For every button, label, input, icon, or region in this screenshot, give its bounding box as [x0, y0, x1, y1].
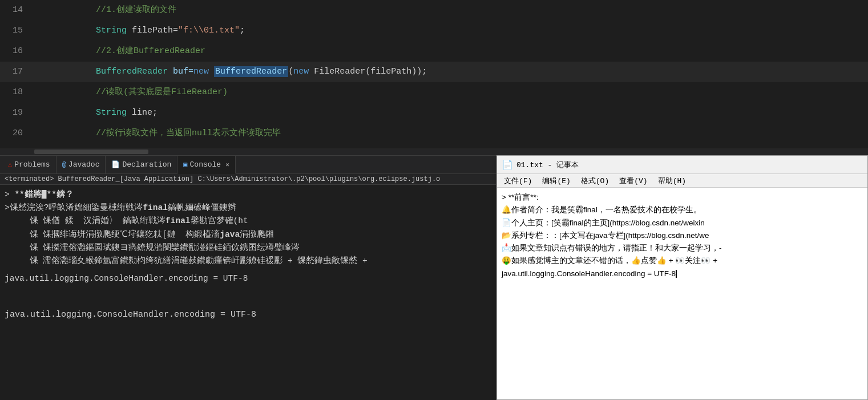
notepad-line-3: 📄个人主页：[笑霸final的主页](https://blog.csdn.net…	[502, 217, 863, 229]
code-editor: 14 //1.创建读取的文件15 String filePath="f:\\01…	[0, 0, 868, 148]
line-content-16: //2.创建BufferedReader	[34, 41, 205, 62]
tab-problems[interactable]: ⚠ Problems	[2, 156, 56, 174]
console-output: > **錯將█**錛？ >馃憖浣涘?呼畝浠婂細鍌曼棫绗戦涔final鎬帆嬭礤峰僵…	[0, 185, 496, 400]
menu-edit[interactable]: 编辑(E)	[538, 175, 575, 187]
tab-javadoc[interactable]: @ Javadoc	[56, 156, 106, 174]
line-number-15: 15	[0, 21, 34, 41]
bottom-panel: ⚠ Problems @ Javadoc 📄 Declaration ▣ Con…	[0, 155, 868, 400]
notepad-menu-bar: 文件(F) 编辑(E) 格式(O) 查看(V) 帮助(H)	[497, 174, 867, 188]
notepad-line-4: 📂系列专栏：：[本文写在java专栏](https://blog.csdn.ne…	[502, 229, 863, 242]
line-number-17: 17	[0, 62, 34, 82]
line-number-20: 20	[0, 123, 34, 144]
line-number-19: 19	[0, 103, 34, 123]
console-line-6: 馃 濡傛灉瑙夊緱鍗氫富鐨勬枃绔犺繕涓嶉敊鐨勮瘽锛屽彲鐐硅禐彲 + 馃憖鍏虫敞馃憖…	[5, 254, 491, 268]
console-icon: ▣	[183, 160, 187, 169]
code-line-17: 17 BufferedReader buf=new BufferedReader…	[0, 62, 868, 82]
line-content-19: String line;	[34, 103, 158, 123]
notepad-line-5: 📩如果文章知识点有错误的地方，请指正！和大家一起学习，-	[502, 242, 863, 254]
code-line-18: 18 //读取(其实底层是FileReader)	[0, 82, 868, 103]
console-line-8: java.util.logging.ConsoleHandler.encodin…	[5, 308, 491, 322]
tab-javadoc-label: Javadoc	[68, 160, 100, 169]
problems-icon: ⚠	[8, 160, 12, 169]
console-line-1: > **錯將█**錛？	[5, 188, 491, 201]
tab-declaration[interactable]: 📄 Declaration	[106, 156, 177, 174]
line-content-17: BufferedReader buf=new BufferedReader(ne…	[34, 62, 427, 82]
notepad-content-area[interactable]: > **前言**: 🔔作者简介：我是笑霸final，一名热爱技术的在校学生。 📄…	[497, 188, 867, 399]
eclipse-panel: ⚠ Problems @ Javadoc 📄 Declaration ▣ Con…	[0, 155, 496, 400]
notepad-line-6: 🤑如果感觉博主的文章还不错的话，👍点赞👍 + 👀关注👀 +	[502, 254, 863, 267]
console-line-3: 馃 馃偤 鍒 汉涓婚〉 鎬畝绗戦涔final鐾勘宫梦確(ht	[5, 215, 491, 228]
console-line-7: java.util.logging.ConsoleHandler.encodin…	[5, 272, 491, 285]
code-line-16: 16 //2.创建BufferedReader	[0, 41, 868, 62]
notepad-line-2: 🔔作者简介：我是笑霸final，一名热爱技术的在校学生。	[502, 204, 863, 216]
code-line-15: 15 String filePath="f:\\01.txt";	[0, 21, 868, 41]
code-line-19: 19 String line;	[0, 103, 868, 123]
declaration-icon: 📄	[111, 160, 120, 169]
console-line-4: 馃 馃摑绯诲垪涓撴爮绠℃垨鑲犵粏[鏈 构鍛橀滀java涓撴爮鎺	[5, 228, 491, 241]
tab-console-label: Console	[190, 160, 221, 169]
text-cursor	[676, 270, 677, 278]
code-line-14: 14 //1.创建读取的文件	[0, 0, 868, 21]
notepad-line-7: java.util.logging.ConsoleHandler.encodin…	[502, 268, 863, 280]
tab-declaration-label: Declaration	[122, 160, 171, 169]
line-content-15: String filePath="f:\\01.txt";	[34, 21, 245, 41]
notepad-title-bar: 📄 01.txt - 记事本	[497, 156, 867, 174]
line-content-20: //按行读取文件，当返回null表示文件读取完毕	[34, 123, 281, 144]
menu-help[interactable]: 帮助(H)	[653, 175, 691, 187]
notepad-title: 01.txt - 记事本	[516, 160, 579, 170]
menu-view[interactable]: 查看(V)	[615, 175, 652, 187]
notepad-app-icon: 📄	[502, 159, 513, 171]
notepad-line-1: > **前言**:	[502, 191, 863, 204]
line-number-14: 14	[0, 0, 34, 21]
console-close-button[interactable]: ✕	[225, 161, 229, 168]
tab-console[interactable]: ▣ Console ✕	[177, 156, 235, 174]
panel-tabs: ⚠ Problems @ Javadoc 📄 Declaration ▣ Con…	[0, 156, 496, 174]
menu-file[interactable]: 文件(F)	[499, 175, 536, 187]
line-content-14: //1.创建读取的文件	[34, 0, 176, 21]
line-number-18: 18	[0, 82, 34, 103]
line-content-18: //读取(其实底层是FileReader)	[34, 82, 228, 103]
scrollbar-thumb[interactable]	[34, 150, 148, 154]
javadoc-icon: @	[62, 161, 66, 169]
console-status-bar: <terminated> BufferedReader_[Java Applic…	[0, 174, 496, 185]
console-line-2: >馃憖浣涘?呼畝浠婂細鍌曼棫绗戦涔final鎬帆嬭礤峰僵鐭辫	[5, 201, 491, 215]
code-line-20: 20 //按行读取文件，当返回null表示文件读取完毕	[0, 123, 868, 144]
editor-scrollbar[interactable]	[0, 148, 868, 155]
tab-problems-label: Problems	[14, 160, 50, 169]
console-line-5: 馃 馃搩濡傛灉鏂囩珷鐭ヨ瘑鐐规湁閿欒鐨勫湴鏂硅銆佽鎸囨纭竴璧峰涔	[5, 241, 491, 254]
line-number-16: 16	[0, 41, 34, 62]
menu-format[interactable]: 格式(O)	[576, 175, 613, 187]
notepad-window: 📄 01.txt - 记事本 文件(F) 编辑(E) 格式(O) 查看(V) 帮…	[496, 155, 868, 400]
